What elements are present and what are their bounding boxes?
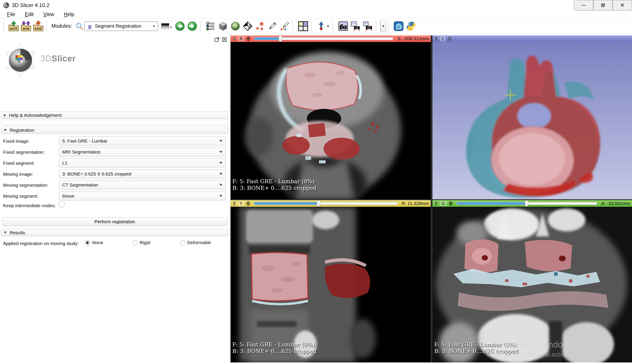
- yellow-view-label[interactable]: Y: [238, 201, 244, 206]
- yellow-slice-view[interactable]: Y R: 11.328mm: [230, 200, 431, 362]
- minimize-button[interactable]: [574, 0, 593, 10]
- python-console-button[interactable]: [405, 20, 417, 32]
- results-section-header[interactable]: Results: [1, 229, 228, 236]
- green-slice-slider[interactable]: [456, 202, 598, 205]
- moving-segmentation-selector[interactable]: CT Segmentation: [59, 180, 226, 189]
- ruler-button[interactable]: [266, 20, 278, 32]
- red-slice-bar[interactable]: R S: -209.312mm: [230, 36, 431, 42]
- moving-image-selector[interactable]: 3: BONE+ 0.625 X 0.625 cropped: [59, 170, 226, 178]
- axial-ct-image[interactable]: F: 5: Fast GRE - Lumbar (0%) B: 3: BONE+…: [230, 42, 431, 199]
- panel-undock-button[interactable]: [214, 37, 220, 42]
- keep-nodes-checkbox[interactable]: [59, 202, 64, 207]
- save-button[interactable]: SAVE: [32, 20, 44, 32]
- restore-button[interactable]: [593, 0, 613, 10]
- moving-segment-selector[interactable]: tissue: [59, 192, 226, 200]
- slice-selector-icon[interactable]: [448, 201, 453, 206]
- threed-view[interactable]: 1: [432, 36, 632, 199]
- module-message-bar: [1, 120, 228, 125]
- slider-handle[interactable]: [279, 36, 282, 42]
- history-back-button[interactable]: [174, 20, 186, 32]
- slider-handle[interactable]: [317, 200, 320, 206]
- chevron-down-icon: ▼: [170, 26, 172, 29]
- window-level-button[interactable]: ▼: [161, 23, 172, 29]
- fixed-segment-value: L1: [62, 160, 219, 166]
- subject-hierarchy-button[interactable]: [204, 20, 217, 32]
- green-slice-bar[interactable]: G A: -33.501mm: [432, 200, 632, 207]
- fixed-segmentation-label: Fixed segmentation:: [3, 150, 45, 155]
- registration-section-header[interactable]: Registration: [1, 126, 228, 134]
- history-forward-button[interactable]: [186, 20, 198, 32]
- red-slice-slider[interactable]: [254, 37, 393, 40]
- close-button[interactable]: ✕: [613, 0, 632, 10]
- menu-edit[interactable]: Edit: [20, 11, 38, 18]
- radio-circle: [85, 240, 90, 245]
- crosshair-button[interactable]: ▼: [380, 20, 386, 32]
- scene-view-camera-alt-icon: [363, 21, 373, 31]
- volume-rendering-button[interactable]: [217, 20, 229, 32]
- slicer-logo: 3DSlicer: [2, 42, 76, 78]
- pushpin-icon[interactable]: [434, 37, 438, 41]
- perform-registration-button[interactable]: Perform registration: [2, 217, 227, 226]
- foreground-label: F: 5: Fast GRE - Lumbar (0%): [232, 178, 316, 185]
- red-view-label[interactable]: R: [238, 36, 244, 41]
- pushpin-icon[interactable]: [232, 202, 236, 206]
- window-title: 3D Slicer 4.10.2: [12, 2, 50, 8]
- fixed-image-selector[interactable]: 5: Fast GRE - Lumbar: [59, 136, 226, 146]
- radio-rigid[interactable]: Rigid: [132, 240, 150, 245]
- scene-view-restore-button[interactable]: [362, 20, 374, 32]
- help-section-header[interactable]: Help & Acknowledgement: [1, 112, 228, 119]
- menu-view[interactable]: View: [38, 11, 59, 18]
- slicer-logo-text: 3DSlicer: [40, 54, 76, 63]
- pushpin-icon[interactable]: [232, 37, 236, 41]
- green-slice-offset: A: -33.501mm: [601, 201, 630, 206]
- threed-view-bar[interactable]: 1: [432, 36, 632, 42]
- menu-help[interactable]: Help: [59, 11, 79, 18]
- yellow-slice-slider[interactable]: [254, 202, 398, 205]
- load-data-button[interactable]: DATA: [8, 20, 20, 32]
- spoke-icon[interactable]: [447, 36, 452, 41]
- help-section-label: Help & Acknowledgement: [9, 112, 62, 118]
- pin-arrow-icon: [317, 21, 326, 31]
- radio-deformable[interactable]: Deformable: [180, 240, 211, 245]
- view-layout-grid: R S: -209.312mm: [230, 36, 632, 362]
- moving-segment-value: tissue: [62, 193, 219, 198]
- fixed-segment-selector[interactable]: L1: [59, 158, 226, 167]
- crosshair-dropdown[interactable]: ▼: [380, 20, 386, 32]
- chevron-down-icon: ▼: [326, 24, 330, 28]
- green-slice-view[interactable]: G A: -33.501mm: [432, 200, 632, 362]
- sagittal-ct-image[interactable]: F: 5: Fast GRE - Lumbar (0%) B: 3: BONE+…: [230, 207, 431, 362]
- mesh-button[interactable]: [242, 20, 254, 32]
- slice-selector-icon[interactable]: [246, 201, 250, 206]
- screenshot-button[interactable]: [337, 20, 349, 32]
- pushpin-icon[interactable]: [434, 202, 438, 206]
- dicom-button[interactable]: DCM: [20, 20, 32, 32]
- close-box-icon: [222, 37, 227, 42]
- fixed-image-label: Fixed image:: [3, 138, 30, 144]
- threed-render-image[interactable]: [432, 42, 632, 199]
- models-sphere-icon: [230, 21, 240, 31]
- scene-view-capture-button[interactable]: [349, 20, 362, 32]
- panel-close-button[interactable]: [222, 37, 227, 42]
- toolbar-separator: [292, 21, 294, 31]
- menu-file[interactable]: File: [2, 11, 20, 18]
- moving-segmentation-value: CT Segmentation: [62, 182, 219, 188]
- mouse-mode-button[interactable]: ▼: [316, 20, 331, 32]
- models-button[interactable]: [229, 20, 242, 32]
- coronal-ct-image[interactable]: F: 5: Fast GRE - Lumbar (0%) B: 3: BONE+…: [432, 207, 632, 362]
- red-slice-view[interactable]: R S: -209.312mm: [230, 36, 431, 199]
- layout-selector-button[interactable]: [297, 20, 309, 32]
- green-view-label[interactable]: G: [440, 201, 446, 206]
- slider-handle[interactable]: [525, 200, 528, 206]
- markups-fiducials-button[interactable]: [254, 20, 266, 32]
- annotations-button[interactable]: [278, 20, 291, 32]
- extensions-manager-button[interactable]: [392, 20, 405, 32]
- module-search-button[interactable]: [74, 20, 84, 32]
- yellow-slice-bar[interactable]: Y R: 11.328mm: [230, 200, 431, 207]
- radio-none[interactable]: None: [85, 240, 103, 245]
- module-selector[interactable]: Segment Registration ▼: [84, 21, 158, 31]
- moving-image-label: Moving image:: [3, 172, 33, 177]
- slice-selector-icon[interactable]: [246, 36, 251, 41]
- layout-grid-icon: [298, 21, 308, 32]
- fixed-segmentation-selector[interactable]: MRI Segmentation: [59, 148, 226, 156]
- threed-view-label[interactable]: 1: [440, 36, 446, 41]
